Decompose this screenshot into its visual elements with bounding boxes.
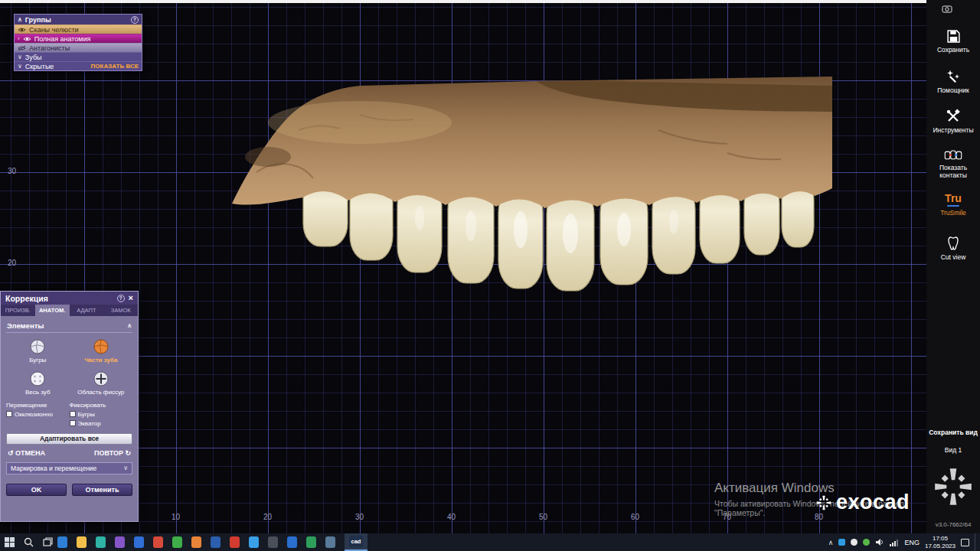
start-button[interactable] [0,533,19,551]
collapse-icon[interactable]: ∧ [18,16,22,23]
tool-cusps[interactable]: Бугры [6,338,70,364]
show-all-button[interactable]: ПОКАЗАТЬ ВСЕ [91,63,139,70]
checkbox-box[interactable] [6,411,12,417]
exocad-sidebar-logo [926,467,980,509]
checkbox-equator[interactable]: Экватор [70,420,133,427]
help-icon[interactable]: ? [131,16,139,24]
taskbar-app-app-red-1[interactable] [153,533,172,551]
checkbox-occlusal[interactable]: Окклюзионно [6,411,70,418]
taskbar-app-browser-teal[interactable] [96,533,115,551]
checkbox-label: Бугры [78,411,95,418]
tool-tooth-parts[interactable]: Части зуба [70,338,133,364]
sidebar-item-cut-view[interactable]: Cut view [926,236,980,261]
sidebar-item-assistant[interactable]: Помощник [926,69,980,94]
collapse-icon[interactable]: ∨ [18,54,22,60]
taskbar-app-app-gray[interactable] [325,533,345,551]
taskbar-app-edge[interactable] [57,533,77,551]
tab-anatomic[interactable]: АНАТОМ. [35,305,70,316]
checkbox-box[interactable] [70,420,76,426]
ruler-label: 30 [355,513,364,521]
groups-panel-header[interactable]: ∧ Группы ? [15,15,142,24]
close-icon[interactable]: × [129,294,133,302]
eye-off-icon[interactable] [18,45,26,51]
movement-label: Перемещение [6,402,70,409]
camera-icon[interactable] [942,5,952,13]
expand-icon[interactable]: › [18,35,20,42]
sidebar-item-show-contacts[interactable]: Показать контакты [926,150,980,179]
taskbar-app-app-blue-1[interactable] [134,533,153,551]
taskbar-app-exocad-active[interactable]: cad [345,533,368,551]
gum-highlight [268,101,452,144]
marking-section[interactable]: Маркировка и перемещение ∨ [6,462,132,474]
taskbar-app-folder[interactable] [77,533,96,551]
show-desktop-button[interactable] [975,533,978,551]
taskbar-app-word[interactable] [287,533,306,551]
correction-tabs: ПРОИЗВ. АНАТОМ. АДАПТ ЗАМОК [1,305,138,316]
tool-fissure-area[interactable]: Область фиссур [70,370,133,396]
collapse-icon[interactable]: ∧ [127,322,132,329]
clock[interactable]: 17:05 17.05.2023 [925,535,956,549]
adapt-all-button[interactable]: Адаптировать все [6,433,132,445]
marking-label: Маркировка и перемещение [11,465,96,472]
sidebar-item-save[interactable]: Сохранить [926,29,980,54]
volume-icon[interactable] [875,538,884,546]
trusmile-underline [947,205,959,207]
tab-lock[interactable]: ЗАМОК [103,305,138,316]
task-view-button[interactable] [38,533,57,551]
taskbar-app-telegram[interactable] [249,533,268,551]
search-button[interactable] [19,533,38,551]
taskbar-app-app-blue-2[interactable] [211,533,230,551]
view-1-button[interactable]: Вид 1 [926,446,980,454]
group-row-jaw-scans[interactable]: Сканы челюсти [15,24,142,34]
collapse-icon[interactable]: ∨ [18,63,22,70]
save-view-button[interactable]: Сохранить вид [926,429,980,436]
whole-tooth-icon [29,370,46,387]
tray-app-light-icon[interactable] [851,539,858,546]
sidebar-item-trusmile[interactable]: Tru TruSmile [926,193,980,217]
ok-button[interactable]: OK [6,484,67,496]
taskbar-app-app-green-1[interactable] [172,533,191,551]
dental-model[interactable] [0,0,926,533]
correction-panel-titlebar[interactable]: Коррекция ? × [1,292,138,305]
tray-app-blue-icon[interactable] [838,539,845,546]
chevron-down-icon[interactable]: ∨ [123,465,128,471]
group-row-teeth[interactable]: ∨ Зубы [15,52,142,61]
tab-free[interactable]: ПРОИЗВ. [1,305,35,316]
tool-whole-tooth[interactable]: Весь зуб [6,370,70,396]
group-row-antagonists[interactable]: Антагонисты [15,43,142,52]
checkbox-cusps[interactable]: Бугры [70,411,133,418]
tab-adapt[interactable]: АДАПТ [70,305,104,316]
cancel-button[interactable]: Отменить [72,484,132,496]
sidebar-item-tools[interactable]: Инструменты [926,109,980,134]
tool-label: Бугры [29,357,46,364]
undo-button[interactable]: ↺ ОТМЕНА [8,449,45,457]
taskbar-app-app-orange[interactable] [191,533,211,551]
eye-icon[interactable] [23,36,31,42]
tray-time: 17:05 [925,535,956,543]
help-icon[interactable]: ? [117,295,125,302]
taskbar-app-app-purple[interactable] [115,533,134,551]
group-row-full-anatomy[interactable]: › Полная анатомия [15,34,142,43]
ruler-label: 10 [172,513,180,521]
viewport-3d[interactable]: 30 20 10 20 30 40 50 60 70 80 Активация … [0,0,926,533]
eye-icon[interactable] [18,27,26,33]
group-row-hidden[interactable]: ∨ Скрытые ПОКАЗАТЬ ВСЕ [15,61,142,70]
checkbox-box[interactable] [70,411,76,417]
ruler-label: 20 [263,513,272,521]
exocad-wordmark: exocad [836,491,910,514]
taskbar-app-app-dark[interactable] [268,533,287,551]
elements-section-header[interactable]: Элементы ∧ [6,321,132,333]
tray-app-green-icon[interactable] [863,539,870,546]
exocad-asterisk-icon [816,495,831,510]
notification-center-icon[interactable] [961,539,969,546]
language-indicator[interactable]: ENG [904,539,920,546]
exocad-app-window: 30 20 10 20 30 40 50 60 70 80 Активация … [0,0,980,551]
taskbar-app-excel[interactable] [306,533,325,551]
version-label: v3.0-7662/64 [926,521,980,529]
redo-button[interactable]: ПОВТОР ↻ [94,449,131,457]
fix-label: Фиксировать [70,402,133,409]
exocad-asterisk-icon [933,467,973,507]
network-icon[interactable] [890,539,899,546]
tray-chevron-up-icon[interactable]: ∧ [828,539,834,546]
taskbar-app-app-red-2[interactable] [230,533,249,551]
